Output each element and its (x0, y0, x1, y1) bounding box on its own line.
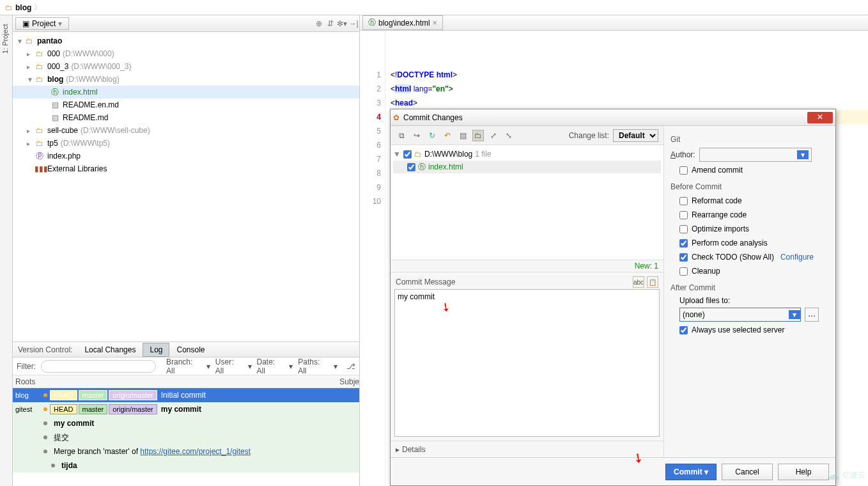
dropdown-icon[interactable]: ▾ (334, 362, 337, 371)
arrow-right-icon[interactable]: ▸ (27, 51, 35, 58)
paths-filter[interactable]: Paths: All (298, 357, 329, 375)
target-icon[interactable]: ⊕ (313, 19, 325, 28)
tree-item[interactable]: ▸ 🗀 sell-cube (D:\WWW\sell-cube) (13, 124, 359, 137)
arrow-right-icon[interactable]: ▸ (27, 127, 35, 134)
branch-filter[interactable]: Branch: All (166, 357, 201, 375)
tree-item[interactable]: ▤ README.en.md (13, 98, 359, 111)
amend-checkbox[interactable] (679, 166, 688, 175)
file-row[interactable]: ⓗ index.html (393, 161, 661, 173)
project-tree[interactable]: ▼ 🗀 pantao ▸ 🗀 000 (D:\WWW\000) ▸ 🗀 000_… (13, 32, 359, 341)
log-row[interactable]: gitest HEAD master origin/master my comm… (13, 402, 359, 416)
analysis-checkbox[interactable] (679, 239, 688, 247)
arrow-right-icon[interactable]: ▸ (27, 140, 35, 147)
file-checkbox[interactable] (407, 163, 415, 171)
tree-label: 000_3 (47, 62, 68, 71)
spellcheck-icon[interactable]: abc (633, 276, 644, 288)
upload-label: Upload files to: (679, 296, 730, 305)
browse-button[interactable]: … (805, 308, 819, 322)
dropdown-icon[interactable]: ▾ (58, 19, 62, 28)
expand-icon[interactable]: ⤢ (488, 130, 499, 141)
arrow-down-icon[interactable]: ▼ (393, 150, 401, 159)
collapse-icon[interactable]: ⇵ (325, 19, 336, 28)
log-link[interactable]: https://gitee.com/project_1/gitest (140, 447, 251, 456)
vc-tab-local[interactable]: Local Changes (77, 343, 143, 357)
upload-combo[interactable]: (none) ▾ (679, 308, 801, 322)
author-combo[interactable]: ▾ (699, 148, 812, 162)
reformat-checkbox[interactable] (679, 197, 688, 205)
arrow-down-icon[interactable]: ▼ (27, 76, 35, 83)
gear-icon[interactable]: ✻▾ (336, 19, 348, 28)
dropdown-icon[interactable]: ▾ (789, 310, 800, 319)
hide-icon[interactable]: →| (348, 19, 359, 28)
changelist-select[interactable]: Default (613, 129, 658, 142)
vc-tab-console[interactable]: Console (169, 343, 212, 357)
project-strip-label[interactable]: 1: Project (1, 42, 9, 54)
details-toggle[interactable]: ▸ Details (391, 441, 663, 457)
tree-item[interactable]: ▤ README.md (13, 111, 359, 124)
log-msg: my commit (161, 405, 201, 414)
vc-tab-log[interactable]: Log (143, 343, 169, 357)
tree-item[interactable]: ▸ 🗀 000 (D:\WWW\000) (13, 47, 359, 60)
configure-link[interactable]: Configure (780, 253, 814, 262)
root-checkbox[interactable] (403, 150, 412, 159)
user-filter[interactable]: User: All (215, 357, 243, 375)
editor-tab[interactable]: ⓗ blog\index.html × (362, 15, 443, 30)
todo-checkbox[interactable] (679, 253, 688, 262)
tree-item[interactable]: ▼ 🗀 blog (D:\WWW\blog) (13, 73, 359, 86)
left-tool-strip[interactable]: 1: Project (0, 15, 13, 486)
group-by-dir-icon[interactable]: 🗀 (472, 130, 484, 141)
rearrange-checkbox[interactable] (679, 211, 688, 219)
arrow-right-icon: ▸ (396, 445, 399, 454)
history-icon[interactable]: 📋 (647, 276, 658, 288)
tree-root[interactable]: ▼ 🗀 pantao (13, 35, 359, 47)
arrow-right-icon[interactable]: ▸ (27, 63, 35, 70)
changelist-label: Change list: (569, 131, 609, 140)
dropdown-icon[interactable]: ▾ (248, 362, 252, 371)
editor-tabs: ⓗ blog\index.html × (360, 15, 868, 31)
optimize-checkbox[interactable] (679, 225, 688, 233)
changelist-icon[interactable]: ▤ (457, 130, 469, 141)
date-filter[interactable]: Date: All (257, 357, 284, 375)
optimize-label: Optimize imports (692, 224, 749, 233)
dropdown-icon[interactable]: ▾ (797, 150, 809, 159)
project-view-tab[interactable]: ▣ Project ▾ (15, 17, 69, 30)
close-button[interactable]: ✕ (807, 112, 833, 123)
commit-message-input[interactable] (398, 292, 656, 434)
tree-item[interactable]: ▸ 🗀 tp5 (D:\WWW\tp5) (13, 137, 359, 150)
tree-label: blog (47, 75, 63, 84)
tree-item-selected[interactable]: ⓗ index.html (13, 86, 359, 98)
vc-log-graph[interactable]: Roots Subje blog HEAD master origin/mast… (13, 375, 359, 486)
collapse-icon[interactable]: ⤡ (503, 130, 515, 141)
help-button[interactable]: Help (778, 464, 829, 480)
tag-head: HEAD (50, 404, 77, 414)
close-tab-icon[interactable]: × (433, 19, 437, 27)
always-server-checkbox[interactable] (679, 326, 688, 334)
html-file-icon: ⓗ (368, 17, 376, 28)
log-row[interactable]: blog HEAD master origin/master Initial c… (13, 388, 359, 402)
cleanup-checkbox[interactable] (679, 267, 688, 276)
commit-file-list[interactable]: ▼ 🗀 D:\WWW\blog 1 file ⓗ index.html (391, 145, 663, 260)
breadcrumb-item[interactable]: blog (15, 3, 31, 12)
dropdown-icon[interactable]: ▾ (206, 362, 210, 371)
revert-icon[interactable]: ↶ (442, 130, 453, 141)
file-root-row[interactable]: ▼ 🗀 D:\WWW\blog 1 file (393, 148, 661, 161)
tree-item[interactable]: ⓟ index.php (13, 150, 359, 162)
branch-graph-icon[interactable]: ⎇ (346, 362, 355, 371)
tree-item[interactable]: ▮▮▮ External Libraries (13, 162, 359, 175)
refresh-icon[interactable]: ↻ (426, 130, 438, 141)
arrow-down-icon[interactable]: ▼ (17, 38, 24, 45)
php-file-icon: ⓟ (35, 151, 45, 162)
log-row[interactable]: Merge branch 'master' of https://gitee.c… (13, 444, 359, 459)
log-row[interactable]: tijda (13, 459, 359, 473)
commit-button[interactable]: Commit ▾ (665, 464, 717, 480)
dialog-titlebar[interactable]: ✿ Commit Changes ✕ (391, 109, 835, 126)
cancel-button[interactable]: Cancel (722, 464, 773, 480)
log-row[interactable]: 提交 (13, 430, 359, 444)
filter-input[interactable] (41, 360, 156, 373)
move-icon[interactable]: ↪ (411, 130, 422, 141)
log-row[interactable]: my commit (13, 416, 359, 430)
upload-value: (none) (683, 310, 705, 319)
diff-icon[interactable]: ⧉ (396, 130, 407, 141)
tree-item[interactable]: ▸ 🗀 000_3 (D:\WWW\000_3) (13, 60, 359, 73)
dropdown-icon[interactable]: ▾ (289, 362, 293, 371)
